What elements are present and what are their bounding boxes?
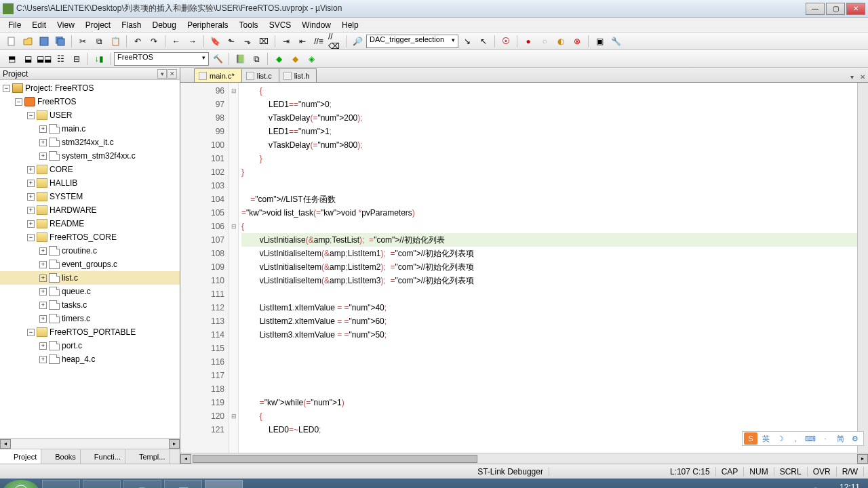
code-text[interactable]: { LED1=="num">0; vTaskDelay(="num">200);… xyxy=(239,83,868,453)
tree-node[interactable]: +stm32f4xx_it.c xyxy=(0,136,180,149)
ime-lang-button[interactable]: 英 xyxy=(759,432,772,445)
editor-vscroll[interactable] xyxy=(857,83,868,453)
ime-moon-icon[interactable]: ☽ xyxy=(774,432,787,445)
taskbar-app-1[interactable]: 📁 xyxy=(42,480,80,488)
tree-node[interactable]: +port.c xyxy=(0,339,180,352)
configure-icon[interactable]: 🔧 xyxy=(608,34,623,49)
breakpoint-disable-icon[interactable]: ◐ xyxy=(553,34,568,49)
tree-node[interactable]: −USER xyxy=(0,108,180,122)
open-icon[interactable] xyxy=(20,34,35,49)
ime-punct-button[interactable]: , xyxy=(789,432,802,445)
maximize-button[interactable]: ▢ xyxy=(826,3,845,15)
project-tree[interactable]: −Project: FreeRTOS−FreeRTOS−USER+main.c+… xyxy=(0,80,180,438)
tree-node[interactable]: +heap_4.c xyxy=(0,352,180,366)
menu-svcs[interactable]: SVCS xyxy=(264,19,297,31)
menu-edit[interactable]: Edit xyxy=(26,19,52,31)
taskbar-app-3[interactable]: 📄 xyxy=(123,480,161,488)
taskbar[interactable]: 📁 🗂 📄 📊 µV ▲ ▮ 🔊 12:11 2017/4/13 xyxy=(0,479,868,488)
ime-logo-icon[interactable]: S xyxy=(744,432,757,445)
find-next-icon[interactable]: ↘ xyxy=(460,34,475,49)
panel-tab-project[interactable]: Project xyxy=(0,449,41,464)
tree-node[interactable]: +HALLIB xyxy=(0,176,180,190)
select-packs-icon[interactable]: ◆ xyxy=(288,52,302,66)
menu-file[interactable]: File xyxy=(3,19,26,31)
tree-node[interactable]: −FreeRTOS_PORTABLE xyxy=(0,325,180,339)
outdent-icon[interactable]: ⇤ xyxy=(295,34,310,49)
panel-tab-functi...[interactable]: Functi... xyxy=(81,449,125,464)
undo-icon[interactable]: ↶ xyxy=(130,34,145,49)
menu-view[interactable]: View xyxy=(52,19,80,31)
editor-scroll-left-icon[interactable]: ◂ xyxy=(180,454,191,464)
save-all-icon[interactable] xyxy=(53,34,68,49)
uncomment-icon[interactable]: //⌫ xyxy=(328,34,342,49)
copy-icon[interactable]: ⧉ xyxy=(92,34,106,49)
stop-build-icon[interactable]: ⊟ xyxy=(69,52,84,66)
find-combo[interactable]: DAC_trigger_selection xyxy=(366,35,458,48)
paste-icon[interactable]: 📋 xyxy=(108,34,123,49)
menu-flash[interactable]: Flash xyxy=(116,19,146,31)
tray-clock[interactable]: 12:11 2017/4/13 xyxy=(824,483,860,488)
new-icon[interactable] xyxy=(4,34,19,49)
tree-node[interactable]: +timers.c xyxy=(0,312,180,325)
bookmark-icon[interactable]: 🔖 xyxy=(208,34,222,49)
menu-project[interactable]: Project xyxy=(80,19,116,31)
debug-icon[interactable]: ⦿ xyxy=(498,34,513,49)
tree-node[interactable]: +queue.c xyxy=(0,285,180,298)
fold-column[interactable]: ⊟⊟⊟ xyxy=(229,83,239,453)
ime-dot-button[interactable]: · xyxy=(818,432,832,445)
tree-node[interactable]: +CORE xyxy=(0,163,180,176)
code-area[interactable]: 9697989910010110210310410510610710810911… xyxy=(180,83,868,453)
panel-tab-templ...[interactable]: Templ... xyxy=(125,449,170,464)
tree-node[interactable]: −Project: FreeRTOS xyxy=(0,81,180,95)
tree-node[interactable]: +main.c xyxy=(0,122,180,136)
breakpoint-kill-icon[interactable]: ⊗ xyxy=(570,34,585,49)
find-icon[interactable]: 🔎 xyxy=(350,34,365,49)
ime-settings-icon[interactable]: ⚙ xyxy=(848,432,862,445)
tree-node[interactable]: +system_stm32f4xx.c xyxy=(0,149,180,163)
editor-tab-ctrl[interactable]: ✕ xyxy=(857,71,868,82)
tree-node[interactable]: +list.c xyxy=(0,271,180,285)
editor-hscroll[interactable]: ◂ ▸ xyxy=(180,453,868,464)
translate-icon[interactable]: ⬒ xyxy=(4,52,19,66)
build-icon[interactable]: ⬓ xyxy=(20,52,35,66)
ime-keyboard-icon[interactable]: ⌨ xyxy=(804,432,817,445)
breakpoint-insert-icon[interactable]: ● xyxy=(521,34,536,49)
indent-icon[interactable]: ⇥ xyxy=(279,34,294,49)
tree-node[interactable]: −FreeRTOS_CORE xyxy=(0,230,180,244)
minimize-button[interactable]: — xyxy=(806,3,825,15)
save-icon[interactable] xyxy=(37,34,52,49)
panel-dropdown-icon[interactable]: ▾ xyxy=(157,69,167,79)
bookmark-clear-icon[interactable]: ⌧ xyxy=(256,34,271,49)
target-options-icon[interactable]: 🔨 xyxy=(210,52,225,66)
editor-scroll-right-icon[interactable]: ▸ xyxy=(857,454,868,464)
menu-tools[interactable]: Tools xyxy=(234,19,264,31)
tree-node[interactable]: +croutine.c xyxy=(0,244,180,258)
close-button[interactable]: ✕ xyxy=(846,3,865,15)
ime-simp-button[interactable]: 简 xyxy=(833,432,847,445)
editor-tab[interactable]: main.c* xyxy=(194,68,242,82)
menu-peripherals[interactable]: Peripherals xyxy=(182,19,234,31)
menu-help[interactable]: Help xyxy=(336,19,364,31)
nav-fwd-icon[interactable]: → xyxy=(185,34,200,49)
pack-installer-icon[interactable]: ◈ xyxy=(304,52,319,66)
editor-tab-ctrl[interactable]: ▾ xyxy=(846,71,857,82)
taskbar-app-5[interactable]: µV xyxy=(205,480,243,488)
window-icon[interactable]: ▣ xyxy=(592,34,607,49)
comment-icon[interactable]: //≡ xyxy=(311,34,326,49)
tree-node[interactable]: +README xyxy=(0,217,180,230)
tree-node[interactable]: +SYSTEM xyxy=(0,190,180,203)
breakpoint-enable-icon[interactable]: ○ xyxy=(537,34,552,49)
bookmark-next-icon[interactable]: ⬎ xyxy=(240,34,255,49)
manage-rte-icon[interactable]: ◆ xyxy=(271,52,286,66)
taskbar-app-4[interactable]: 📊 xyxy=(164,480,202,488)
download-icon[interactable]: ↓▮ xyxy=(92,52,106,66)
menu-window[interactable]: Window xyxy=(296,19,336,31)
target-combo[interactable]: FreeRTOS xyxy=(114,52,209,66)
scroll-left-icon[interactable]: ◂ xyxy=(0,439,11,449)
panel-tab-books[interactable]: Books xyxy=(41,449,81,464)
editor-tab[interactable]: list.h xyxy=(279,68,317,82)
taskbar-app-2[interactable]: 🗂 xyxy=(83,480,121,488)
find-prev-icon[interactable]: ↖ xyxy=(476,34,491,49)
bookmark-prev-icon[interactable]: ⬑ xyxy=(224,34,239,49)
scroll-right-icon[interactable]: ▸ xyxy=(169,439,180,449)
